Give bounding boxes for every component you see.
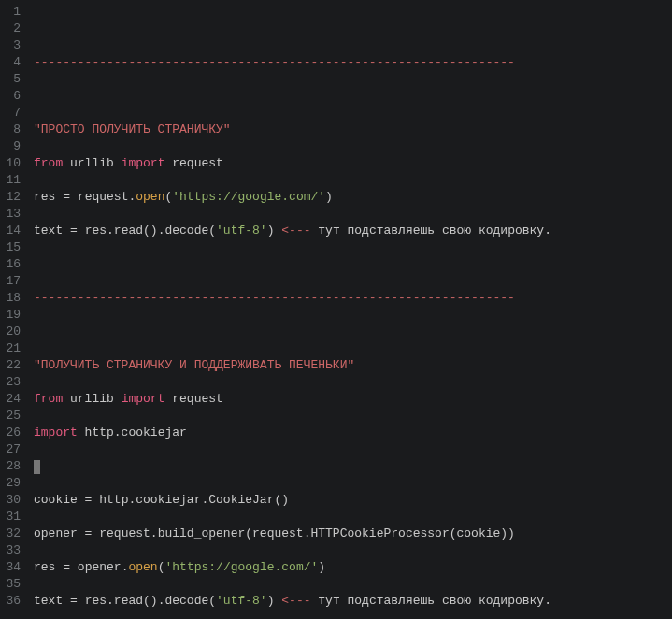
code-editor-area[interactable]: ----------------------------------------… — [28, 0, 672, 619]
code-line[interactable]: ----------------------------------------… — [34, 54, 672, 71]
line-number: 16 — [4, 256, 21, 273]
line-number: 17 — [4, 273, 21, 290]
line-number: 30 — [4, 492, 21, 509]
code-line[interactable]: text = res.read().decode('utf-8') <--- т… — [34, 223, 672, 239]
line-number: 23 — [4, 374, 21, 391]
code-line[interactable]: from urllib import request — [34, 155, 672, 172]
code-line[interactable]: "ПОЛУЧИТЬ СТРАНИЧКУ И ПОДДЕРЖИВАТЬ ПЕЧЕН… — [34, 357, 672, 374]
line-number: 25 — [4, 408, 21, 425]
line-number: 21 — [4, 340, 21, 357]
line-number: 18 — [4, 290, 21, 307]
line-number: 6 — [4, 88, 21, 105]
line-number: 12 — [4, 189, 21, 206]
line-number: 33 — [4, 542, 21, 559]
code-line[interactable]: text = res.read().decode('utf-8') <--- т… — [34, 593, 672, 610]
line-number: 1 — [4, 4, 21, 21]
code-line[interactable] — [34, 256, 672, 273]
line-number: 4 — [4, 54, 21, 71]
line-number: 10 — [4, 155, 21, 172]
code-line[interactable] — [34, 324, 672, 340]
line-number: 5 — [4, 71, 21, 88]
code-line[interactable]: cookie = http.cookiejar.CookieJar() — [34, 492, 672, 509]
line-number: 28 — [4, 458, 21, 475]
code-line[interactable]: ----------------------------------------… — [34, 290, 672, 307]
line-number: 34 — [4, 559, 21, 576]
line-number: 29 — [4, 475, 21, 492]
line-number: 26 — [4, 425, 21, 441]
line-number: 8 — [4, 122, 21, 138]
line-number: 22 — [4, 357, 21, 374]
code-line[interactable]: opener = request.build_opener(request.HT… — [34, 525, 672, 542]
code-line[interactable]: res = request.open('https://google.com/'… — [34, 189, 672, 206]
line-number: 27 — [4, 441, 21, 458]
line-number: 19 — [4, 307, 21, 324]
code-line[interactable] — [34, 21, 672, 37]
code-line[interactable]: from urllib import request — [34, 391, 672, 408]
line-number: 11 — [4, 172, 21, 189]
line-number: 2 — [4, 21, 21, 37]
line-number: 3 — [4, 37, 21, 54]
code-line[interactable]: res = opener.open('https://google.com/') — [34, 559, 672, 576]
line-number: 14 — [4, 223, 21, 239]
line-number: 24 — [4, 391, 21, 408]
line-number: 13 — [4, 206, 21, 223]
line-number-gutter: 1 2 3 4 5 6 7 8 9 10 11 12 13 14 15 16 1… — [0, 0, 28, 619]
line-number: 9 — [4, 138, 21, 155]
line-number: 20 — [4, 324, 21, 340]
code-line[interactable]: "ПРОСТО ПОЛУЧИТЬ СТРАНИЧКУ" — [34, 122, 672, 138]
code-line[interactable] — [34, 458, 672, 475]
line-number: 15 — [4, 239, 21, 256]
code-line[interactable] — [34, 88, 672, 105]
line-number: 31 — [4, 509, 21, 525]
line-number: 32 — [4, 525, 21, 542]
line-number: 7 — [4, 105, 21, 122]
code-line[interactable]: import http.cookiejar — [34, 425, 672, 441]
text-cursor — [34, 460, 40, 474]
line-number: 36 — [4, 593, 21, 610]
line-number: 35 — [4, 576, 21, 593]
